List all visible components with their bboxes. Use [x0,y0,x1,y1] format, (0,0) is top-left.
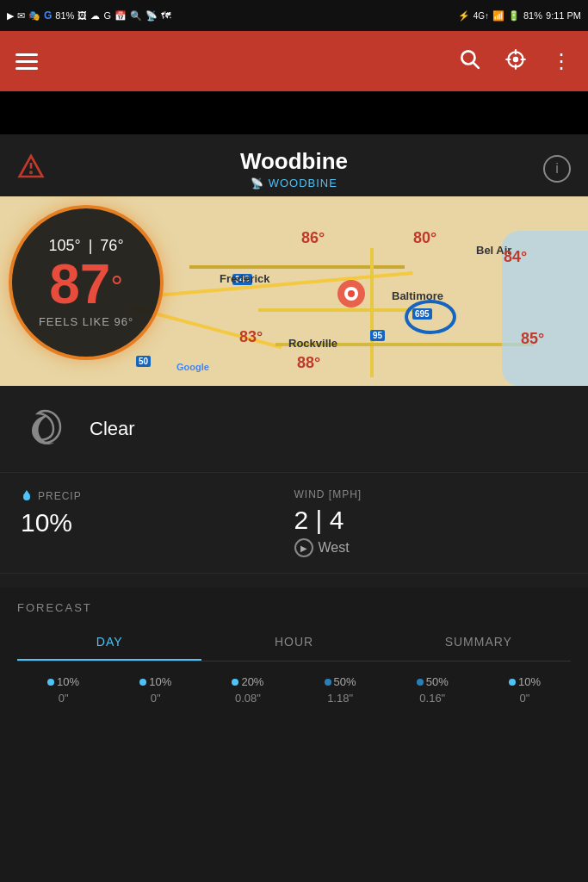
signal-icon: 📶 [492,10,504,22]
forecast-col-2: 10% 0" [109,675,201,705]
precip-label: PRECIP [21,488,294,503]
app-bar-actions: ⋮ [458,47,573,76]
col4-inches: 1.18" [300,692,381,705]
current-temp: 87° [49,257,123,312]
lte-icon: 4G↑ [473,11,489,21]
precip-dot-filled [325,679,331,686]
location-title-block: Woodbine 📡 WOODBINE [45,148,543,189]
precip-dot [232,679,238,686]
wind-block: WIND [MPH] 2 | 4 ▶ West [294,488,568,557]
search-button[interactable] [458,47,480,76]
tab-hour[interactable]: HOUR [201,624,386,661]
status-bar-right: ⚡ 4G↑ 📶 🔋 81% 9:11 PM [458,10,581,22]
svg-point-10 [30,171,31,172]
bluetooth-icon: ⚡ [458,10,470,22]
precip-dot-filled [417,679,424,686]
location-header: Woodbine 📡 WOODBINE i [0,134,588,196]
condition-text: Clear [90,418,135,440]
forecast-tabs: DAY HOUR SUMMARY [17,624,571,662]
status-bar-left: ▶ ✉ 🎭 G 81% 🖼 ☁ G 📅 🔍 📡 🗺 [7,9,170,22]
col1-precip: 10% [22,675,104,688]
main-content: Woodbine 📡 WOODBINE i 695 95 340 [0,134,588,705]
weather-details: PRECIP 10% WIND [MPH] 2 | 4 ▶ West [0,473,588,574]
col5-inches: 0.16" [392,692,473,705]
location-button[interactable] [504,48,527,74]
temperature-circle: 105° | 76° 87° FEELS LIKE 96° [9,205,164,360]
precip-dot [47,679,54,686]
radio-waves-icon: 📡 [251,177,264,189]
col3-precip: 20% [207,675,288,688]
email-icon: ✉ [17,10,25,22]
col4-precip: 50% [300,675,381,688]
precip-dot [139,679,146,686]
svg-point-3 [514,58,517,61]
wind-direction: ▶ West [294,538,568,557]
col6-precip: 10% [484,675,566,688]
temp-hi-lo: 105° | 76° [48,237,123,255]
top-gap [0,91,588,134]
maps2-icon: 🗺 [161,10,170,21]
feels-like: FEELS LIKE 96° [39,315,133,328]
condition-icon [21,403,72,455]
forecast-title: FORECAST [17,601,571,614]
battery-icon: 🔋 [508,10,520,22]
condition-row: Clear [0,386,588,473]
radio-icon: 📡 [145,10,158,22]
google-icon: G [44,9,52,22]
info-button[interactable]: i [543,155,571,183]
battery-percent: 81% [523,10,542,21]
more-button[interactable]: ⋮ [551,49,573,73]
search-icon-status: 🔍 [130,10,142,22]
precip-dot [509,679,516,686]
svg-point-13 [348,290,355,297]
status-bar: ▶ ✉ 🎭 G 81% 🖼 ☁ G 📅 🔍 📡 🗺 ⚡ 4G↑ 📶 🔋 81% … [0,0,588,31]
location-name: Woodbine [45,148,543,175]
col5-precip: 50% [392,675,473,688]
gallery-icon: 🖼 [77,10,87,21]
menu-button[interactable] [15,53,38,70]
wind-direction-circle: ▶ [294,538,313,557]
youtube-icon: ▶ [7,10,14,22]
clock: 9:11 PM [546,10,581,21]
wind-speed: 2 | 4 [294,506,568,535]
app-icon-1: 🎭 [28,10,40,22]
map-container[interactable]: 695 95 340 50 Frederick Baltimore Rockvi… [0,196,588,386]
forecast-col-3: 20% 0.08" [201,675,294,705]
warning-icon [17,152,45,186]
precip-block: PRECIP 10% [21,488,294,557]
tab-summary[interactable]: SUMMARY [387,624,571,661]
calendar-icon: 📅 [115,10,127,22]
col1-inches: 0" [22,692,104,705]
precip-value: 10% [21,508,294,537]
forecast-section: FORECAST DAY HOUR SUMMARY 10% 0" 10% 0" [0,587,588,705]
forecast-col-4: 50% 1.18" [294,675,387,705]
forecast-columns: 10% 0" 10% 0" 20% 0.08" [17,662,571,705]
col2-precip: 10% [115,675,196,688]
precip-icon [21,488,33,503]
location-subtitle: 📡 WOODBINE [45,177,543,189]
wind-label: WIND [MPH] [294,488,568,500]
tab-day[interactable]: DAY [17,624,201,661]
forecast-col-5: 50% 0.16" [387,675,479,705]
col2-inches: 0" [115,692,196,705]
col3-inches: 0.08" [207,692,288,705]
maps-icon: G [103,10,111,21]
app-bar: ⋮ [0,31,588,91]
svg-line-1 [473,62,479,67]
temp-status: 81% [55,10,74,21]
cloud-icon: ☁ [90,10,100,22]
forecast-col-1: 10% 0" [17,675,109,705]
col6-inches: 0" [484,692,566,705]
forecast-col-6: 10% 0" [479,675,571,705]
